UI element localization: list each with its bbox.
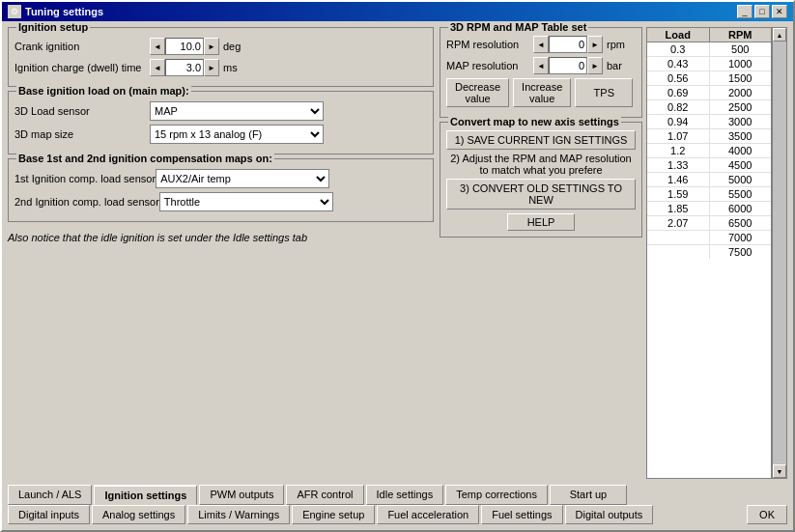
load-rpm-table: Load RPM 0.3500 0.431000 0.561500 0.6920…: [646, 27, 772, 479]
rpm-map-convert: 3D RPM and MAP Table set RPM resolution …: [440, 27, 642, 479]
map-size-row: 3D map size 15 rpm x 13 analog (F) 16 rp…: [14, 125, 427, 144]
map-resolution-row: MAP resolution ◄ ► bar: [446, 57, 636, 74]
tab-fuel-acceleration[interactable]: Fuel acceleration: [377, 505, 479, 524]
tab-idle-settings[interactable]: Idle settings: [366, 485, 444, 505]
crank-spinner: ◄ ►: [150, 38, 219, 55]
minimize-button[interactable]: _: [737, 5, 752, 18]
rpm-cell: 1500: [710, 71, 772, 85]
tps-btn[interactable]: TPS: [575, 78, 633, 107]
second-comp-dropdown[interactable]: Throttle MAP TPS AUX2/Air temp: [159, 192, 333, 211]
table-row: 1.595500: [647, 187, 771, 202]
scrollbar-down-btn[interactable]: ▼: [773, 464, 786, 478]
load-cell: 0.43: [647, 57, 710, 70]
tab-launch-als[interactable]: Launch / ALS: [8, 485, 92, 505]
ok-button[interactable]: OK: [747, 505, 787, 524]
rpm-resolution-input[interactable]: [549, 36, 587, 53]
tab-analog-settings[interactable]: Analog settings: [92, 505, 185, 524]
crank-increase-btn[interactable]: ►: [204, 38, 219, 55]
first-comp-dropdown[interactable]: AUX2/Air temp MAP TPS Throttle: [156, 169, 329, 188]
load-sensor-dropdown[interactable]: MAP TPS Throttle: [150, 101, 324, 121]
map-size-dropdown[interactable]: 15 rpm x 13 analog (F) 16 rpm x 16 analo…: [150, 125, 324, 144]
tab-afr-control[interactable]: AFR control: [286, 485, 363, 505]
first-comp-label: 1st Ignition comp. load sensor: [14, 173, 156, 184]
load-cell: 1.07: [647, 129, 710, 143]
dwell-row: Ignition charge (dwell) time ◄ ► ms: [14, 59, 427, 76]
rpm-cell: 5000: [710, 173, 772, 186]
table-row: 1.073500: [647, 129, 771, 144]
decrease-value-btn[interactable]: Decreasevalue: [446, 78, 509, 107]
load-cell: 1.85: [647, 202, 710, 215]
rpm-increase-btn[interactable]: ►: [587, 36, 603, 53]
load-cell: 0.56: [647, 71, 710, 85]
table-row: 1.24000: [647, 144, 771, 158]
rpm-cell: 7000: [710, 231, 772, 244]
table-row: 1.856000: [647, 202, 771, 216]
load-sensor-wrapper: MAP TPS Throttle: [150, 101, 324, 121]
notice-text: Also notice that the idle ignition is se…: [8, 232, 434, 243]
tab-engine-setup[interactable]: Engine setup: [292, 505, 375, 524]
table-scrollbar[interactable]: ▲ ▼: [772, 27, 787, 479]
convert-step2-text: 2) Adjust the RPM and MAP resolution to …: [446, 153, 636, 176]
tab-temp-corrections[interactable]: Temp corrections: [445, 485, 548, 505]
table-row: 0.3500: [647, 42, 771, 57]
help-btn[interactable]: HELP: [507, 213, 576, 231]
map-decrease-btn[interactable]: ◄: [533, 57, 549, 74]
convert-old-btn[interactable]: 3) CONVERT OLD SETTINGS TO NEW: [446, 179, 636, 210]
dwell-increase-btn[interactable]: ►: [204, 59, 219, 76]
dwell-decrease-btn[interactable]: ◄: [150, 59, 165, 76]
rpm-buttons: Decreasevalue Increasevalue TPS: [446, 78, 636, 107]
tab-fuel-settings[interactable]: Fuel settings: [481, 505, 562, 524]
tab-pwm-outputs[interactable]: PWM outputs: [199, 485, 284, 505]
load-cell: 0.94: [647, 115, 710, 128]
tab-digital-outputs[interactable]: Digital outputs: [565, 505, 654, 524]
crank-unit: deg: [223, 41, 242, 52]
dwell-input[interactable]: [165, 59, 204, 76]
rpm-cell: 4000: [710, 144, 772, 157]
second-comp-row: 2nd Ignition comp. load sensor Throttle …: [14, 192, 427, 211]
save-ign-btn[interactable]: 1) SAVE CURRENT IGN SETTINGS: [446, 130, 636, 150]
scrollbar-track[interactable]: [773, 42, 786, 464]
load-header: Load: [647, 28, 710, 42]
base-load-title: Base ignition load on (main map):: [16, 85, 191, 97]
tab-limits-warnings[interactable]: Limits / Warnings: [187, 505, 290, 524]
table-row: 0.692000: [647, 86, 771, 100]
step2-line1: 2) Adjust the RPM and MAP resolution: [450, 153, 632, 164]
right-panel: 3D RPM and MAP Table set RPM resolution …: [440, 27, 787, 479]
dwell-unit: ms: [223, 62, 242, 73]
rpm-resolution-spinner: ◄ ►: [533, 36, 603, 53]
crank-input[interactable]: [165, 38, 204, 55]
title-bar-left: ⚙ Tuning settings: [8, 5, 103, 18]
rpm-cell: 3500: [710, 129, 772, 143]
table-row: 0.943000: [647, 115, 771, 129]
map-unit: bar: [607, 60, 626, 71]
table-row: 1.465000: [647, 173, 771, 187]
rpm-cell: 6000: [710, 202, 772, 215]
load-cell: 1.33: [647, 158, 710, 172]
table-row: 0.561500: [647, 71, 771, 86]
title-bar: ⚙ Tuning settings _ □ ✕: [2, 2, 793, 21]
rpm-cell: 6500: [710, 216, 772, 230]
rpm-decrease-btn[interactable]: ◄: [533, 36, 549, 53]
tab-start-up[interactable]: Start up: [550, 485, 627, 505]
rpm-cell: 3000: [710, 115, 772, 128]
rpm-header: RPM: [710, 28, 772, 42]
table-with-scrollbar: Load RPM 0.3500 0.431000 0.561500 0.6920…: [646, 27, 787, 479]
tab-ignition-settings[interactable]: Ignition settings: [94, 485, 197, 505]
increase-value-btn[interactable]: Increasevalue: [513, 78, 571, 107]
window-icon: ⚙: [8, 5, 21, 18]
window-title: Tuning settings: [25, 6, 103, 17]
load-cell: 1.46: [647, 173, 710, 186]
rpm-cell: 500: [710, 42, 772, 56]
load-sensor-label: 3D Load sensor: [14, 105, 150, 117]
tab-digital-inputs[interactable]: Digital inputs: [8, 505, 90, 524]
close-button[interactable]: ✕: [772, 5, 787, 18]
first-comp-wrapper: AUX2/Air temp MAP TPS Throttle: [156, 169, 329, 188]
rpm-map-section: 3D RPM and MAP Table set RPM resolution …: [440, 27, 642, 118]
crank-decrease-btn[interactable]: ◄: [150, 38, 165, 55]
map-resolution-spinner: ◄ ►: [533, 57, 603, 74]
maximize-button[interactable]: □: [754, 5, 770, 18]
map-increase-btn[interactable]: ►: [587, 57, 603, 74]
scrollbar-up-btn[interactable]: ▲: [773, 28, 786, 42]
map-resolution-input[interactable]: [549, 57, 587, 74]
rpm-unit: rpm: [607, 39, 626, 50]
